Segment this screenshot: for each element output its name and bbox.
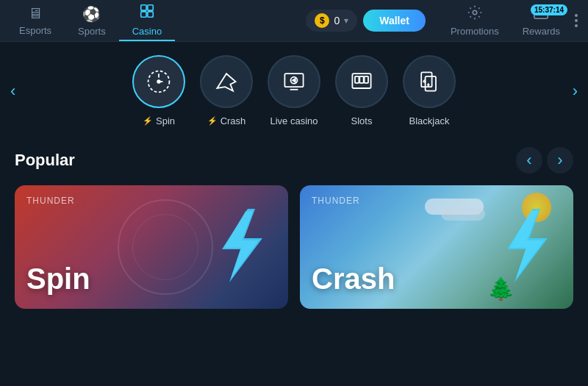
game-card-thunder-crash[interactable]: Thunder Crash 🌲: [300, 185, 573, 309]
cat-circle-blackjack: ♠ ♦: [403, 55, 456, 108]
currency-icon: $: [315, 13, 329, 28]
nav-item-sports[interactable]: ⚽ Sports: [65, 0, 119, 41]
cat-circle-crash: [200, 55, 253, 108]
bolt-graphic-spin: [207, 205, 273, 289]
svg-rect-2: [141, 12, 146, 17]
cat-item-spin[interactable]: ⚡ Spin: [132, 55, 185, 126]
svg-marker-26: [509, 211, 544, 279]
category-row: ‹ ⚡ Spin ⚡: [0, 42, 588, 135]
nav-item-rewards[interactable]: 15:37:14 Rewards: [512, 0, 570, 41]
svg-text:♦: ♦: [426, 81, 430, 88]
wallet-button[interactable]: Wallet: [363, 10, 426, 32]
popular-section: Popular ‹ › Thunder Spin Thund: [0, 135, 588, 318]
cat-item-live-casino[interactable]: Live casino: [268, 55, 320, 126]
popular-prev-arrow[interactable]: ‹: [516, 147, 542, 174]
svg-rect-3: [148, 12, 153, 17]
svg-point-11: [157, 80, 160, 83]
card-sub-crash: Thunder: [312, 196, 360, 206]
sports-icon: ⚽: [82, 5, 101, 23]
cat-label-live-casino: Live casino: [270, 115, 318, 126]
wallet-area: $ 0 ▾ Wallet: [306, 10, 426, 32]
svg-text:♠: ♠: [423, 77, 426, 85]
esports-icon: 🖥: [28, 5, 43, 22]
svg-rect-15: [355, 76, 359, 83]
bolt-icon-spin: ⚡: [143, 116, 153, 126]
spin-deco-circle2: [132, 214, 198, 280]
svg-marker-24: [224, 211, 259, 279]
cat-circle-slots: [335, 55, 388, 108]
bolt-graphic-crash: [492, 205, 559, 289]
cat-item-crash[interactable]: ⚡ Crash: [200, 55, 253, 126]
popular-header: Popular ‹ ›: [15, 147, 573, 174]
cat-next-arrow[interactable]: ›: [562, 82, 588, 101]
svg-rect-16: [359, 76, 363, 83]
cat-label-spin: ⚡ Spin: [143, 115, 175, 126]
dot3: [575, 24, 578, 27]
cat-prev-arrow[interactable]: ‹: [0, 82, 26, 101]
nav-item-casino[interactable]: Casino: [119, 0, 175, 41]
balance-chevron-icon: ▾: [344, 15, 348, 26]
svg-rect-1: [148, 5, 153, 10]
popular-next-arrow[interactable]: ›: [547, 147, 573, 174]
more-button[interactable]: [570, 14, 582, 27]
game-card-thunder-spin[interactable]: Thunder Spin: [15, 185, 288, 309]
cat-label-blackjack: Blackjack: [409, 115, 450, 126]
cat-circle-live-casino: [268, 55, 320, 108]
nav-label-esports: Esports: [19, 25, 51, 36]
nav-item-esports[interactable]: 🖥 Esports: [6, 0, 65, 41]
nav-label-sports: Sports: [78, 26, 106, 37]
promotions-icon: [467, 4, 483, 23]
nav-item-promotions[interactable]: Promotions: [437, 0, 512, 41]
popular-arrows: ‹ ›: [516, 147, 573, 174]
cat-item-slots[interactable]: Slots: [335, 55, 388, 126]
cat-label-crash: ⚡ Crash: [207, 115, 246, 126]
category-items: ⚡ Spin ⚡ Crash: [26, 55, 562, 126]
time-badge: 15:37:14: [531, 4, 567, 15]
dot1: [575, 14, 578, 17]
balance-value: 0: [334, 15, 340, 26]
svg-rect-0: [141, 5, 146, 10]
card-sub-spin: Thunder: [26, 196, 75, 206]
svg-point-4: [473, 10, 477, 15]
top-nav: 🖥 Esports ⚽ Sports Casino $ 0 ▾ Wallet: [0, 0, 588, 42]
bolt-icon-crash: ⚡: [207, 116, 218, 126]
nav-label-rewards: Rewards: [523, 26, 560, 37]
cat-label-slots: Slots: [351, 115, 373, 126]
game-cards: Thunder Spin Thunder Crash 🌲: [15, 185, 573, 309]
casino-icon: [139, 3, 155, 23]
popular-title: Popular: [15, 151, 75, 170]
balance-box[interactable]: $ 0 ▾: [306, 10, 357, 32]
crash-cloud2: [441, 207, 485, 221]
card-main-spin: Spin: [26, 262, 90, 296]
nav-label-casino: Casino: [132, 26, 162, 37]
cat-circle-spin: [132, 55, 185, 108]
dot2: [575, 19, 578, 22]
cat-item-blackjack[interactable]: ♠ ♦ Blackjack: [403, 55, 456, 126]
svg-rect-17: [365, 76, 368, 83]
nav-label-promotions: Promotions: [451, 26, 499, 37]
card-main-crash: Crash: [312, 262, 395, 296]
